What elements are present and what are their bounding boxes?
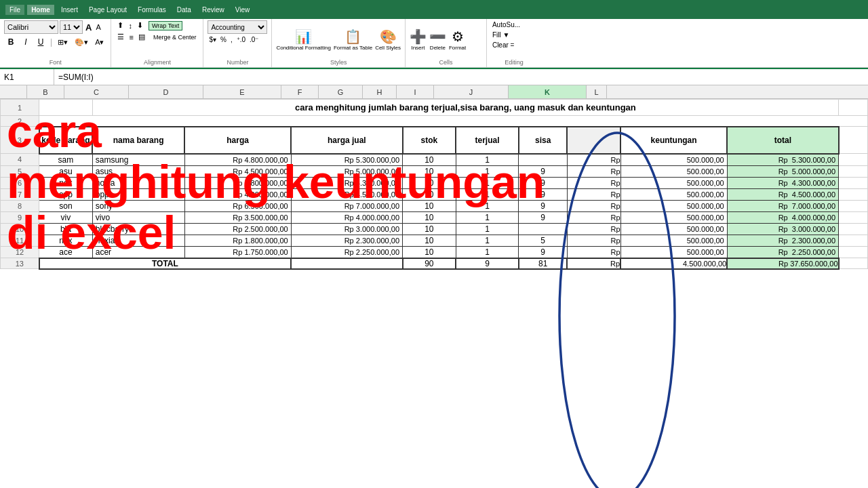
- cell-nama[interactable]: oppo: [92, 188, 184, 200]
- cell-nama[interactable]: blacberry: [92, 223, 184, 235]
- cell-keuntungan-val[interactable]: 500.000,00: [620, 246, 727, 258]
- increase-decimal-btn[interactable]: ⁺.0: [235, 35, 247, 44]
- autosum-btn[interactable]: AutoSu...: [491, 20, 537, 29]
- col-header-B[interactable]: B: [27, 85, 64, 98]
- cell-kode[interactable]: sam: [39, 154, 93, 166]
- cell-stok[interactable]: 10: [403, 235, 456, 246]
- cell-nama[interactable]: nokia: [92, 177, 184, 188]
- cell-styles-btn[interactable]: 🎨 Cell Styles: [375, 28, 401, 51]
- cell-kode[interactable]: asu: [39, 165, 93, 177]
- cell-keuntungan-rp[interactable]: Rp: [567, 188, 620, 200]
- header-total[interactable]: total: [727, 127, 838, 154]
- cell-terjual[interactable]: 1: [456, 165, 519, 177]
- fill-color-btn[interactable]: 🎨▾: [72, 37, 91, 48]
- col-header-I[interactable]: I: [397, 85, 434, 98]
- wrap-text-btn[interactable]: Wrap Text: [149, 21, 182, 30]
- cell-b1[interactable]: [39, 100, 93, 116]
- formulas-tab[interactable]: Formulas: [134, 5, 170, 15]
- format-as-table-btn[interactable]: 📋 Format as Table: [334, 28, 372, 51]
- cell-kode[interactable]: ace: [39, 246, 93, 258]
- conditional-formatting-btn[interactable]: 📊 Conditional Formatting: [276, 28, 330, 51]
- insert-btn[interactable]: ➕ Insert: [410, 28, 427, 51]
- italic-btn[interactable]: I: [19, 35, 33, 49]
- number-format-select[interactable]: Accounting: [208, 20, 267, 34]
- header-terjual[interactable]: terjual: [456, 127, 519, 154]
- cell-sisa[interactable]: 9: [519, 246, 567, 258]
- home-tab[interactable]: Home: [27, 5, 54, 15]
- cell-total[interactable]: Rp 2.250.000,00: [727, 246, 838, 258]
- cell-terjual[interactable]: 1: [456, 235, 519, 246]
- cell-terjual[interactable]: 1: [456, 211, 519, 223]
- header-harga-jual[interactable]: harga jual: [291, 127, 402, 154]
- bold-btn[interactable]: B: [4, 35, 18, 49]
- cell-harga-jual[interactable]: Rp 3.000.000,00: [291, 223, 402, 235]
- cell-sisa[interactable]: 5: [519, 235, 567, 246]
- cell-keuntungan-val[interactable]: 500.000,00: [620, 177, 727, 188]
- clear-btn[interactable]: Clear =: [491, 41, 537, 49]
- cell-harga[interactable]: Rp 4.500.000,00: [184, 165, 291, 177]
- cell-stok[interactable]: 10: [403, 154, 456, 166]
- cell-harga-jual[interactable]: Rp 2.250.000,00: [291, 246, 402, 258]
- font-shrink-btn[interactable]: A: [94, 23, 102, 31]
- cell-keuntungan-val[interactable]: 500.000,00: [620, 188, 727, 200]
- cell-keuntungan-val[interactable]: 500.000,00: [620, 165, 727, 177]
- cell-harga-jual[interactable]: Rp 5.000.000,00: [291, 165, 402, 177]
- merge-center-btn[interactable]: Merge & Center: [151, 33, 199, 41]
- cell-sisa[interactable]: [519, 223, 567, 235]
- cell-terjual[interactable]: 1: [456, 200, 519, 211]
- header-kode[interactable]: kode barang: [39, 127, 93, 154]
- cell-kode[interactable]: nex: [39, 235, 93, 246]
- cell-keuntungan-rp[interactable]: Rp: [567, 235, 620, 246]
- review-tab[interactable]: Review: [198, 5, 229, 15]
- col-header-H[interactable]: H: [363, 85, 397, 98]
- cell-sisa[interactable]: 9: [519, 165, 567, 177]
- col-header-L[interactable]: L: [587, 85, 607, 98]
- cell-harga[interactable]: Rp 6.500.000,00: [184, 200, 291, 211]
- col-header-C[interactable]: C: [64, 85, 129, 98]
- font-name-select[interactable]: Calibri: [4, 20, 58, 34]
- cell-terjual[interactable]: 1: [456, 154, 519, 166]
- cell-nama[interactable]: acer: [92, 246, 184, 258]
- format-btn[interactable]: ⚙ Format: [449, 28, 466, 51]
- cell-total[interactable]: Rp 5.300.000,00: [727, 154, 838, 166]
- cell-sisa[interactable]: 9: [519, 188, 567, 200]
- col-header-E[interactable]: E: [203, 85, 281, 98]
- col-header-G[interactable]: G: [319, 85, 363, 98]
- cell-terjual[interactable]: 1: [456, 188, 519, 200]
- delete-btn[interactable]: ➖ Delete: [429, 28, 446, 51]
- cell-keuntungan-rp[interactable]: Rp: [567, 200, 620, 211]
- cell-harga-jual[interactable]: Rp 4.000.000,00: [291, 211, 402, 223]
- header-nama[interactable]: nama barang: [92, 127, 184, 154]
- cell-stok[interactable]: 10: [403, 177, 456, 188]
- cell-nama[interactable]: sony: [92, 200, 184, 211]
- col-header-F[interactable]: F: [281, 85, 319, 98]
- cell-stok[interactable]: 10: [403, 246, 456, 258]
- cell-harga[interactable]: Rp 4.000.000,00: [184, 188, 291, 200]
- cell-keuntungan-rp[interactable]: Rp: [567, 165, 620, 177]
- cell-nama[interactable]: vivo: [92, 211, 184, 223]
- align-right-btn[interactable]: ▤: [136, 32, 147, 42]
- font-grow-btn[interactable]: A: [84, 22, 93, 33]
- cell-stok[interactable]: 10: [403, 223, 456, 235]
- cell-kode[interactable]: bla: [39, 223, 93, 235]
- cell-keuntungan-rp[interactable]: Rp: [567, 211, 620, 223]
- col-header-D[interactable]: D: [129, 85, 203, 98]
- cell-kode[interactable]: nok: [39, 177, 93, 188]
- cell-keuntungan-val[interactable]: 500.000,00: [620, 200, 727, 211]
- font-color-btn[interactable]: A▾: [92, 37, 106, 48]
- accounting-format-btn[interactable]: $▾: [208, 35, 218, 44]
- cell-total[interactable]: Rp 2.300.000,00: [727, 235, 838, 246]
- cell-harga[interactable]: Rp 3.500.000,00: [184, 211, 291, 223]
- cell-nama[interactable]: samsung: [92, 154, 184, 166]
- align-top-btn[interactable]: ⬆: [115, 20, 125, 30]
- font-size-select[interactable]: 11: [60, 20, 83, 34]
- cell-harga-jual[interactable]: Rp 4.300.000,00: [291, 177, 402, 188]
- cell-keuntungan-val[interactable]: 500.000,00: [620, 154, 727, 166]
- cell-harga-jual[interactable]: Rp 4.500.000,00: [291, 188, 402, 200]
- cell-harga[interactable]: Rp 4.800.000,00: [184, 154, 291, 166]
- cell-terjual[interactable]: 1: [456, 223, 519, 235]
- border-btn[interactable]: ⊞▾: [55, 37, 71, 48]
- fill-btn[interactable]: Fill ▼: [491, 30, 537, 39]
- cell-keuntungan-rp[interactable]: Rp: [567, 246, 620, 258]
- cell-total[interactable]: Rp 7.000.000,00: [727, 200, 838, 211]
